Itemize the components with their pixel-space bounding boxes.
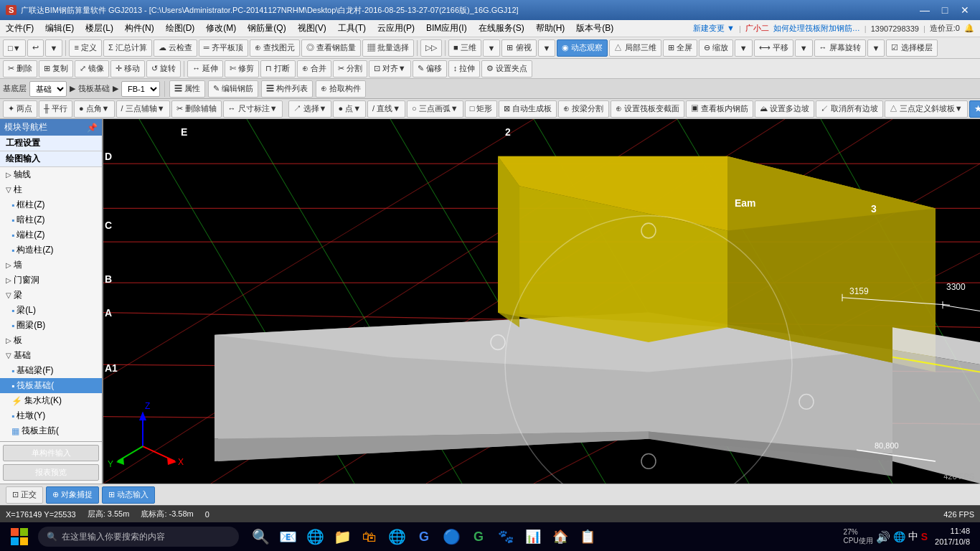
cancel-slope-btn[interactable]: ↙ 取消所有边坡 [816,100,883,118]
cloud-check-btn[interactable]: ☁ 云检查 [154,39,197,57]
stretch-btn[interactable]: ↕ 拉伸 [448,60,481,77]
tree-beam-l[interactable]: ▪ 梁(L) [0,303,102,318]
top-view-btn[interactable]: ⊞ 俯视 [501,39,536,57]
minimize-button[interactable]: — [915,3,934,17]
view-rebar-btn[interactable]: ◎ 查看钢筋量 [301,39,361,57]
mirror-btn[interactable]: ⤢ 镜像 [75,60,109,77]
tree-door-win[interactable]: ▷ 门窗洞 [0,273,102,288]
ime-s-icon[interactable]: S [921,531,928,542]
3d-dropdown[interactable]: ▼ [483,39,501,57]
tree-frame-col[interactable]: ▪ 框柱(Z) [0,197,102,212]
merge-btn[interactable]: ⊕ 合并 [297,60,331,77]
snap-btn[interactable]: ⊕ 对象捕捉 [46,486,99,504]
tree-sump[interactable]: ⚡ 集水坑(K) [0,393,102,408]
tree-drawing-input[interactable]: 绘图输入 [0,151,102,167]
define-btn[interactable]: ≡ 定义 [69,39,101,57]
screen-rotate-btn[interactable]: ↔ 屏幕旋转 [814,39,866,57]
undo-dropdown[interactable]: ▼ [45,39,63,57]
pan-btn[interactable]: ⟷ 平移 [754,39,793,57]
pick-comp-btn[interactable]: ⊕ 拾取构件 [316,80,366,98]
line-draw-btn[interactable]: / 直线▼ [367,100,405,118]
local-3d-btn[interactable]: △ 局部三维 [609,39,661,57]
tree-slab[interactable]: ▷ 板 [0,333,102,348]
menu-bim[interactable]: BIM应用(I) [420,21,473,36]
single-comp-input-btn[interactable]: 单构件输入 [3,445,99,461]
check-elevation-btn[interactable]: ★ 查改标高 [969,100,980,118]
network-icon[interactable]: 🌐 [893,531,905,542]
split-btn[interactable]: ✂ 分割 [333,60,367,77]
tree-column[interactable]: ▽ 柱 [0,182,102,197]
taskbar-icon-explorer[interactable]: 📁 [329,524,355,550]
dimension-btn[interactable]: ↔ 尺寸标注▼ [223,100,283,118]
layer-select[interactable]: 基础 [29,81,67,97]
view-rebar-slab-btn[interactable]: ▣ 查看板内钢筋 [686,100,753,118]
delete-btn[interactable]: ✂ 删除 [3,60,37,77]
taskbar-icon-clip[interactable]: 📋 [575,524,600,550]
tree-ring-beam[interactable]: ▪ 圈梁(B) [0,318,102,333]
three-point-axis-btn[interactable]: / 三点辅轴▼ [116,100,170,118]
tree-raft-found[interactable]: ▪ 筏板基础( [0,378,102,393]
trim-btn[interactable]: ✄ 修剪 [225,60,259,77]
taskbar-icon-chrome[interactable]: 🌐 [384,524,410,550]
taskbar-icon-store[interactable]: 🛍 [357,524,382,550]
fullscreen-btn[interactable]: ⊞ 全屏 [663,39,697,57]
del-axis-btn[interactable]: ✂ 删除辅轴 [171,100,222,118]
rect-draw-btn[interactable]: □ 矩形 [465,100,498,118]
taskbar-icon-cortana[interactable]: 🔍 [248,524,273,550]
nav-pin[interactable]: 📌 [87,123,98,133]
dynamic-observe-btn[interactable]: ◉ 动态观察 [557,39,608,57]
taskbar-icon-g2[interactable]: G [466,524,491,550]
level-top-btn[interactable]: ═ 齐平板顶 [199,39,248,57]
menu-file[interactable]: 文件(F) [0,21,39,36]
three-pt-slope-btn[interactable]: △ 三点定义斜坡板▼ [885,100,968,118]
close-button[interactable]: ✕ [956,3,974,17]
arc-draw-btn[interactable]: ○ 三点画弧▼ [407,100,463,118]
offset-btn[interactable]: ✎ 偏移 [413,60,447,77]
tree-found-beam[interactable]: ▪ 基础梁(F) [0,363,102,378]
point-angle-btn[interactable]: ● 点角▼ [74,100,115,118]
menu-modify[interactable]: 修改(M) [200,21,242,36]
menu-online[interactable]: 在线服务(S) [473,21,530,36]
more-btn[interactable]: ▷▷ [420,39,442,57]
menu-cloud[interactable]: 云应用(P) [372,21,420,36]
zoom-dropdown[interactable]: ▼ [735,39,753,57]
tree-struct-col[interactable]: ▪ 构造柱(Z) [0,242,102,258]
taskbar-icon-chart[interactable]: 📊 [520,524,546,550]
pan-dropdown[interactable]: ▼ [795,39,813,57]
copy-btn[interactable]: ⊞ 复制 [39,60,73,77]
find-element-btn[interactable]: ⊕ 查找图元 [250,39,300,57]
tree-foundation[interactable]: ▽ 基础 [0,348,102,363]
two-point-btn[interactable]: ✦ 两点 [3,100,37,118]
taskbar-icon-g1[interactable]: G [411,524,437,550]
rotate-btn[interactable]: ↺ 旋转 [146,60,181,77]
maximize-button[interactable]: □ [936,3,954,17]
batch-select-btn[interactable]: ▦ 批量选择 [362,39,414,57]
taskbar-icon-circle[interactable]: 🔵 [438,524,464,550]
menu-view[interactable]: 视图(V) [292,21,332,36]
taskbar-search[interactable]: 🔍 在这里输入你要搜索的内容 [38,527,239,547]
help-link[interactable]: 如何处理筏板附加钢筋… [773,23,860,34]
orthogonal-btn[interactable]: ⊡ 正交 [6,486,43,504]
tree-col-pier[interactable]: ▪ 柱墩(Y) [0,408,102,423]
taskbar-icon-edge[interactable]: 🌐 [302,524,328,550]
parallel-btn[interactable]: ╫ 平行 [39,100,72,118]
break-btn[interactable]: ⊓ 打断 [260,60,295,77]
tree-axis[interactable]: ▷ 轴线 [0,167,102,182]
properties-btn[interactable]: ☰ 属性 [169,80,205,98]
point-draw-btn[interactable]: ● 点▼ [333,100,366,118]
menu-help[interactable]: 帮助(H) [530,21,571,36]
align-btn[interactable]: ⊡ 对齐▼ [369,60,411,77]
move-btn[interactable]: ✛ 移动 [110,60,145,77]
menu-edit[interactable]: 编辑(E) [39,21,80,36]
menu-floor[interactable]: 楼层(L) [80,21,119,36]
grip-btn[interactable]: ⚙ 设置夹点 [481,60,532,77]
volume-icon[interactable]: 🔊 [876,530,890,544]
edit-rebar-btn[interactable]: ✎ 编辑钢筋 [208,80,258,98]
menu-draw[interactable]: 绘图(D) [160,21,201,36]
dynamic-input-btn[interactable]: ⊞ 动态输入 [102,486,155,504]
menu-component[interactable]: 构件(N) [119,21,160,36]
3d-btn[interactable]: ■ 三维 [448,39,481,57]
menu-tools[interactable]: 工具(T) [332,21,372,36]
menu-rebar-qty[interactable]: 钢筋量(Q) [242,21,291,36]
tree-beam[interactable]: ▽ 梁 [0,288,102,303]
